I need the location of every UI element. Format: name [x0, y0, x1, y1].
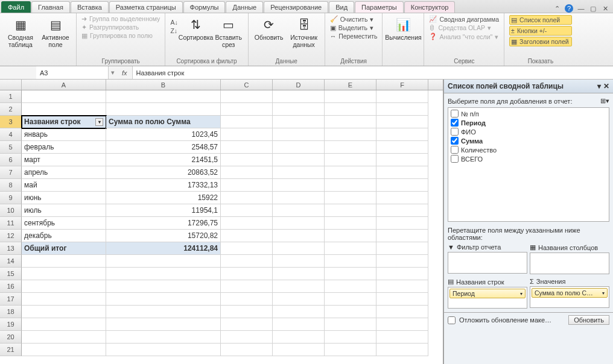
cell[interactable]	[325, 179, 376, 192]
cell[interactable]	[221, 268, 273, 280]
row-header[interactable]: 14	[0, 255, 22, 268]
cell[interactable]	[273, 192, 325, 204]
cell[interactable]	[221, 280, 273, 293]
cell[interactable]	[221, 344, 273, 356]
cell[interactable]	[273, 280, 325, 293]
layout-options-icon[interactable]: ⊞▾	[600, 97, 609, 105]
cell[interactable]	[325, 255, 376, 268]
cell[interactable]	[221, 293, 273, 306]
refresh-button[interactable]: ⟳ Обновить	[253, 15, 285, 42]
cell[interactable]	[221, 306, 273, 318]
cell[interactable]	[273, 318, 325, 331]
tab-view[interactable]: Вид	[329, 1, 354, 13]
row-header[interactable]: 10	[0, 204, 22, 217]
cell[interactable]: июль	[22, 204, 106, 217]
tab-insert[interactable]: Вставка	[71, 1, 109, 13]
sort-desc-icon[interactable]: Z↓	[170, 27, 177, 34]
cell[interactable]	[22, 103, 106, 116]
pane-dropdown-icon[interactable]: ▾	[597, 82, 601, 90]
close-icon[interactable]: ✕	[601, 4, 609, 13]
cell[interactable]	[325, 166, 376, 179]
cell[interactable]	[325, 242, 376, 255]
field-item[interactable]: ФИО	[449, 127, 608, 136]
minimize-icon[interactable]: —	[577, 4, 585, 13]
cell[interactable]: 15922	[106, 192, 221, 204]
row-header[interactable]: 4	[0, 128, 22, 141]
cell[interactable]	[22, 293, 106, 306]
field-item[interactable]: Сумма	[449, 136, 608, 145]
cell[interactable]	[221, 103, 273, 116]
select-button[interactable]: ▣ Выделить ▾	[330, 24, 378, 31]
cell[interactable]	[325, 318, 376, 331]
cell[interactable]	[325, 192, 376, 204]
cell[interactable]	[325, 268, 376, 280]
cell[interactable]	[273, 293, 325, 306]
values-area[interactable]: Сумма по полю С…▾	[530, 286, 609, 308]
cell[interactable]	[221, 217, 273, 230]
cell[interactable]	[106, 331, 221, 344]
cell[interactable]	[376, 166, 428, 179]
cell[interactable]: 17332,13	[106, 179, 221, 192]
calculations-button[interactable]: 📊 Вычисления	[387, 15, 419, 42]
cell[interactable]	[376, 293, 428, 306]
cell[interactable]: Общий итог	[22, 242, 106, 255]
field-checkbox[interactable]	[451, 146, 459, 154]
cell[interactable]	[22, 268, 106, 280]
cell[interactable]	[325, 128, 376, 141]
row-header[interactable]: 19	[0, 318, 22, 331]
row-header[interactable]: 5	[0, 141, 22, 154]
cell[interactable]	[376, 141, 428, 154]
row-header[interactable]: 21	[0, 344, 22, 356]
cell[interactable]	[221, 230, 273, 242]
cell[interactable]: май	[22, 179, 106, 192]
cell[interactable]	[221, 90, 273, 103]
cell[interactable]: Названия строк▾	[22, 116, 106, 128]
cell[interactable]	[376, 268, 428, 280]
row-header[interactable]: 3	[0, 116, 22, 128]
cell[interactable]	[221, 318, 273, 331]
cell[interactable]	[221, 192, 273, 204]
cell[interactable]: апрель	[22, 166, 106, 179]
field-item[interactable]: ВСЕГО	[449, 154, 608, 163]
move-button[interactable]: ↔ Переместить	[330, 33, 378, 40]
cell[interactable]	[106, 90, 221, 103]
select-all-corner[interactable]	[0, 80, 22, 90]
cell[interactable]	[376, 103, 428, 116]
row-header[interactable]: 1	[0, 90, 22, 103]
field-list[interactable]: № п/пПериодФИОСуммаКоличествоВСЕГО	[448, 107, 609, 222]
cell[interactable]	[325, 331, 376, 344]
row-header[interactable]: 6	[0, 154, 22, 166]
row-header[interactable]: 13	[0, 242, 22, 255]
pane-close-icon[interactable]: ✕	[603, 82, 609, 90]
field-item[interactable]: Количество	[449, 145, 608, 154]
field-checkbox[interactable]	[451, 137, 459, 145]
cell[interactable]	[273, 179, 325, 192]
row-header[interactable]: 18	[0, 306, 22, 318]
field-checkbox[interactable]	[451, 119, 459, 127]
cell[interactable]	[376, 128, 428, 141]
cell[interactable]	[106, 318, 221, 331]
pivot-chart-button[interactable]: 📈 Сводная диаграмма	[429, 15, 499, 23]
cell[interactable]	[325, 141, 376, 154]
cell[interactable]	[376, 116, 428, 128]
cell[interactable]	[273, 331, 325, 344]
cell[interactable]	[22, 306, 106, 318]
cell[interactable]	[221, 116, 273, 128]
tab-design[interactable]: Конструктор	[404, 1, 456, 13]
cell[interactable]	[376, 306, 428, 318]
column-header-D[interactable]: D	[273, 80, 325, 90]
cell[interactable]	[106, 103, 221, 116]
cell[interactable]: 20863,52	[106, 166, 221, 179]
field-list-toggle[interactable]: ▤ Список полей	[509, 15, 572, 25]
cell[interactable]	[221, 242, 273, 255]
cell[interactable]	[376, 90, 428, 103]
field-checkbox[interactable]	[451, 128, 459, 136]
cell[interactable]	[106, 280, 221, 293]
cell[interactable]	[325, 306, 376, 318]
cell[interactable]	[376, 331, 428, 344]
column-header-C[interactable]: C	[221, 80, 273, 90]
cell[interactable]: декабрь	[22, 230, 106, 242]
sort-button[interactable]: ⇅ Сортировка	[182, 15, 211, 42]
cell[interactable]	[376, 217, 428, 230]
cell[interactable]	[325, 90, 376, 103]
